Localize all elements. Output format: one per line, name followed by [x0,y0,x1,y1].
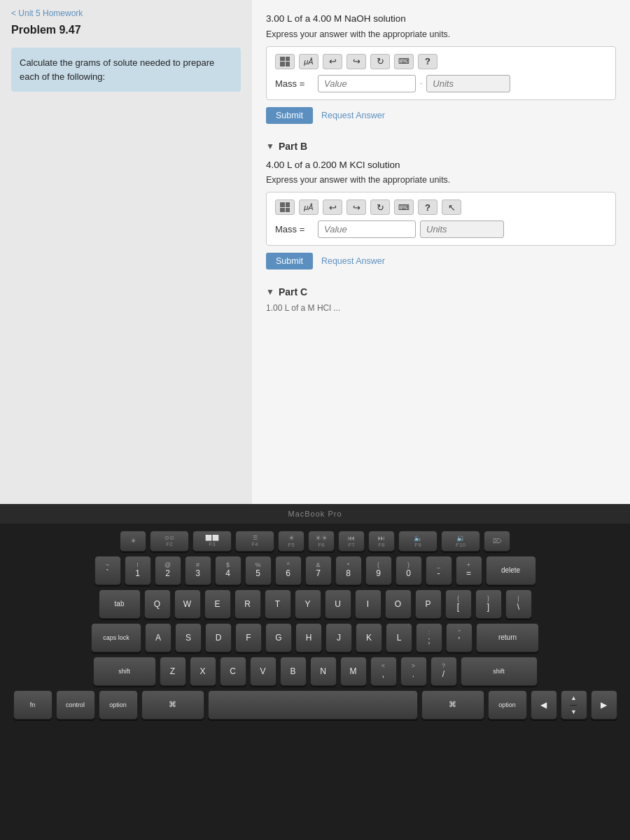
submit-button-a[interactable]: Submit [266,107,313,124]
key-brightness-down[interactable]: ☀ [120,531,146,552]
key-d[interactable]: D [205,623,232,652]
keyboard-icon-a[interactable]: ⌨ [394,54,414,69]
arrow-back-icon-b[interactable]: ↩ [323,200,342,215]
key-l[interactable]: L [386,623,412,652]
key-g[interactable]: G [265,623,292,652]
greek-mu-icon-b[interactable]: μÅ [299,200,318,215]
key-bracket-l[interactable]: {[ [445,589,472,619]
key-arrow-left[interactable]: ◀ [531,690,557,720]
key-b[interactable]: B [280,657,307,686]
key-z[interactable]: Z [160,657,186,686]
key-backslash[interactable]: |\ [505,589,532,619]
key-q[interactable]: Q [144,589,171,619]
key-slash[interactable]: ?/ [430,657,457,686]
key-quote[interactable]: "' [446,623,472,652]
key-6[interactable]: ^6 [275,556,302,585]
value-input-a[interactable] [318,75,416,92]
key-0[interactable]: )0 [396,556,422,585]
arrow-fwd-icon-a[interactable]: ↪ [346,54,366,69]
refresh-icon-b[interactable]: ↻ [370,200,390,215]
key-2[interactable]: @2 [155,556,181,585]
key-h[interactable]: H [295,623,322,652]
key-bracket-r[interactable]: }] [475,589,502,619]
key-u[interactable]: U [325,589,351,619]
key-f3[interactable]: ⬜⬜F3 [192,531,232,552]
cursor-icon-b[interactable]: ↖ [442,200,461,215]
key-option-right[interactable]: option [488,690,527,720]
greek-mu-icon-a[interactable]: μÅ [299,54,318,69]
key-fn[interactable]: fn [13,690,52,720]
key-f10[interactable]: 🔉F10 [441,531,480,552]
key-k[interactable]: K [356,623,382,652]
part-a-toolbar: μÅ ↩ ↪ ↻ ⌨ ? [275,54,607,69]
key-t[interactable]: T [265,589,291,619]
key-shift-right[interactable]: shift [461,657,538,686]
key-caps-lock[interactable]: caps lock [91,623,141,652]
key-f5[interactable]: ☀F5 [278,531,304,552]
key-backspace[interactable]: delete [486,556,536,585]
key-x[interactable]: X [190,657,216,686]
refresh-icon-a[interactable]: ↻ [370,54,390,69]
key-f4[interactable]: ☰F4 [235,531,274,552]
breadcrumb[interactable]: < Unit 5 Homework [11,8,241,18]
key-i[interactable]: I [355,589,382,619]
key-r[interactable]: R [234,589,261,619]
key-return[interactable]: return [476,623,539,652]
key-f8[interactable]: ⏭F8 [368,531,395,552]
key-j[interactable]: J [326,623,352,652]
key-f7[interactable]: ⏮F7 [338,531,365,552]
key-arrow-updown[interactable]: ▲ ▼ [561,690,587,720]
key-4[interactable]: $4 [215,556,241,585]
key-tab[interactable]: tab [99,589,141,619]
key-c[interactable]: C [220,657,246,686]
key-o[interactable]: O [385,589,412,619]
value-input-b[interactable] [318,220,416,238]
units-input-a[interactable] [426,75,510,92]
matrix-icon-a[interactable] [275,54,295,69]
units-input-b[interactable] [420,220,504,238]
key-f2[interactable]: ⊙⊙F2 [150,531,189,552]
key-period[interactable]: >. [400,657,427,686]
key-7[interactable]: &7 [305,556,332,585]
key-5[interactable]: %5 [245,556,272,585]
key-3[interactable]: #3 [185,556,211,585]
key-w[interactable]: W [174,589,201,619]
key-semicolon[interactable]: :; [416,623,442,652]
key-shift-left[interactable]: shift [93,657,156,686]
help-icon-b[interactable]: ? [418,200,438,215]
key-arrow-right[interactable]: ▶ [591,690,617,720]
key-backtick[interactable]: ~` [94,556,121,585]
key-f9[interactable]: 🔈F9 [398,531,438,552]
arrow-back-icon-a[interactable]: ↩ [323,54,342,69]
key-n[interactable]: N [310,657,337,686]
arrow-fwd-icon-b[interactable]: ↪ [346,200,366,215]
key-a[interactable]: A [145,623,172,652]
key-p[interactable]: P [415,589,442,619]
key-m[interactable]: M [340,657,367,686]
key-9[interactable]: (9 [365,556,392,585]
keyboard-icon-b[interactable]: ⌨ [394,200,414,215]
key-command-right[interactable]: ⌘ [421,690,484,720]
macbook-label: MacBook Pro [288,510,342,518]
key-control[interactable]: control [56,690,95,720]
key-f[interactable]: F [235,623,262,652]
help-icon-a[interactable]: ? [418,54,438,69]
key-option-left[interactable]: option [99,690,138,720]
key-y[interactable]: Y [295,589,321,619]
key-e[interactable]: E [204,589,231,619]
key-s[interactable]: S [175,623,202,652]
key-command-left[interactable]: ⌘ [141,690,204,720]
key-delete-top[interactable]: ⌦ [484,531,510,552]
request-answer-b[interactable]: Request Answer [321,256,385,266]
submit-button-b[interactable]: Submit [266,253,313,270]
key-f6[interactable]: ☀☀F6 [308,531,335,552]
key-equals[interactable]: += [456,556,482,585]
key-1[interactable]: !1 [125,556,151,585]
key-v[interactable]: V [250,657,276,686]
key-minus[interactable]: _- [426,556,452,585]
key-8[interactable]: *8 [335,556,362,585]
matrix-icon-b[interactable] [275,200,295,215]
key-comma[interactable]: <, [370,657,397,686]
request-answer-a[interactable]: Request Answer [321,111,385,120]
key-spacebar[interactable] [208,690,418,720]
